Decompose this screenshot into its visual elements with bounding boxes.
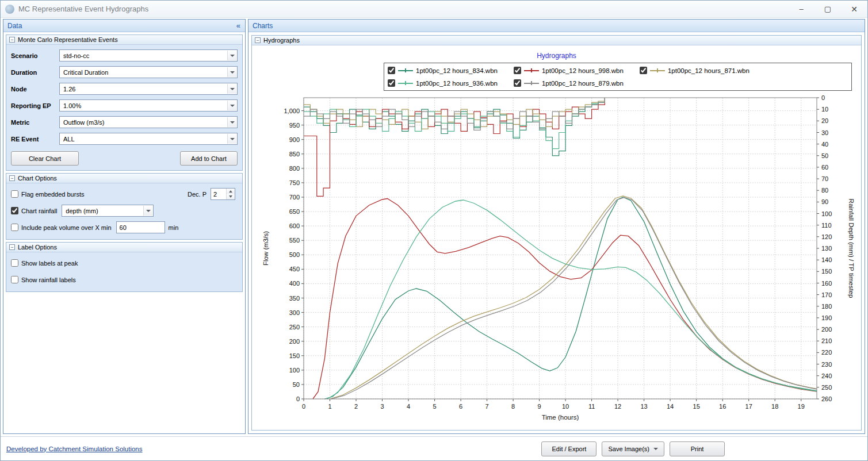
include-peak-volume-option[interactable]: Include peak volume over X min (11, 224, 112, 231)
duration-label: Duration (11, 69, 57, 76)
collapse-panel-icon[interactable]: « (236, 21, 240, 30)
collapse-group-icon[interactable]: − (9, 175, 15, 181)
svg-text:8: 8 (511, 403, 515, 410)
edit-export-button[interactable]: Edit / Export (541, 441, 596, 456)
metric-label: Metric (11, 119, 57, 126)
scenario-select[interactable]: std-no-cc (59, 49, 238, 62)
metric-value: Outflow (m3/s) (63, 119, 105, 126)
label-options-group-header[interactable]: − Label Options (6, 243, 242, 252)
svg-text:600: 600 (289, 222, 300, 229)
legend-series-label: 1pt00pc_12 hours_834.wbn (416, 67, 498, 74)
show-rainfall-labels-label: Show rainfall labels (21, 276, 76, 283)
add-to-chart-button[interactable]: Add to Chart (180, 151, 238, 166)
chart-card: Hydrographs 1pt00pc_12 hours_834.wbn1pt0… (252, 45, 861, 430)
svg-text:230: 230 (821, 361, 832, 368)
show-rainfall-labels-option[interactable]: Show rainfall labels (11, 276, 76, 283)
svg-text:70: 70 (821, 175, 828, 182)
re-event-label: RE Event (11, 136, 57, 143)
credit-link[interactable]: Developed by Catchment Simulation Soluti… (6, 445, 143, 452)
legend-series-checkbox[interactable] (514, 67, 521, 74)
svg-text:1,000: 1,000 (284, 107, 300, 114)
svg-text:170: 170 (821, 291, 832, 298)
svg-text:90: 90 (821, 198, 828, 205)
minimize-button[interactable]: – (788, 1, 815, 17)
chart-legend: 1pt00pc_12 hours_834.wbn1pt00pc_12 hours… (384, 63, 852, 91)
svg-text:800: 800 (289, 165, 300, 172)
svg-text:350: 350 (289, 295, 300, 302)
show-labels-at-peak-checkbox[interactable] (11, 259, 18, 267)
svg-text:10: 10 (562, 403, 569, 410)
legend-item[interactable]: 1pt00pc_12 hours_834.wbn (388, 64, 498, 76)
chart-rainfall-label: Chart rainfall (21, 208, 57, 214)
svg-text:160: 160 (821, 280, 832, 287)
svg-text:120: 120 (821, 233, 832, 240)
app-window: MC Representative Event Hydrographs – ▢ … (0, 0, 868, 461)
duration-select[interactable]: Critical Duration (59, 66, 238, 78)
re-event-select[interactable]: ALL (59, 133, 238, 145)
svg-text:60: 60 (821, 164, 828, 171)
include-peak-volume-checkbox[interactable] (11, 224, 18, 231)
window-controls: – ▢ ✕ (788, 1, 867, 17)
scenario-value: std-no-cc (63, 52, 89, 59)
flag-embedded-bursts-checkbox[interactable] (11, 190, 18, 198)
svg-text:220: 220 (821, 349, 832, 356)
legend-item[interactable]: 1pt00pc_12 hours_871.wbn (640, 64, 750, 76)
svg-text:500: 500 (289, 251, 300, 258)
reporting-ep-select[interactable]: 1.00% (59, 99, 238, 112)
svg-text:15: 15 (693, 403, 700, 410)
legend-series-checkbox[interactable] (388, 79, 395, 87)
show-labels-at-peak-option[interactable]: Show labels at peak (11, 259, 78, 267)
peak-volume-minutes-input[interactable] (116, 221, 165, 233)
chevron-down-icon (227, 117, 236, 127)
chart-rainfall-option[interactable]: Chart rainfall (11, 207, 57, 214)
data-panel: Data « − Monte Carlo Representative Even… (3, 19, 246, 434)
node-select[interactable]: 1.26 (59, 83, 238, 95)
legend-item[interactable]: 1pt00pc_12 hours_936.wbn (388, 77, 498, 89)
rainfall-units-select[interactable]: depth (mm) (62, 205, 154, 217)
svg-text:750: 750 (289, 179, 300, 186)
svg-text:Time (hours): Time (hours) (542, 414, 579, 421)
legend-series-checkbox[interactable] (388, 67, 395, 74)
flag-embedded-bursts-label: Flag embedded bursts (21, 191, 84, 198)
legend-series-checkbox[interactable] (514, 79, 521, 87)
maximize-button[interactable]: ▢ (815, 1, 841, 17)
close-button[interactable]: ✕ (841, 1, 867, 17)
reporting-ep-value: 1.00% (63, 102, 81, 109)
svg-text:100: 100 (821, 210, 832, 217)
svg-text:250: 250 (289, 324, 300, 331)
svg-text:18: 18 (771, 403, 778, 410)
chevron-down-icon (227, 84, 236, 94)
svg-text:7: 7 (485, 403, 489, 410)
dec-p-spinner[interactable] (211, 188, 235, 200)
legend-item[interactable]: 1pt00pc_12 hours_998.wbn (514, 64, 624, 76)
spin-up-icon[interactable] (227, 189, 235, 194)
svg-text:17: 17 (745, 403, 752, 410)
clear-chart-button[interactable]: Clear Chart (11, 151, 79, 166)
svg-text:14: 14 (667, 403, 674, 410)
collapse-group-icon[interactable]: − (9, 244, 15, 250)
legend-item[interactable]: 1pt00pc_12 hours_879.wbn (514, 77, 624, 89)
metric-select[interactable]: Outflow (m3/s) (59, 116, 238, 128)
save-images-button[interactable]: Save Image(s) (602, 441, 664, 456)
svg-text:5: 5 (433, 403, 437, 410)
show-rainfall-labels-checkbox[interactable] (11, 276, 18, 283)
svg-text:3: 3 (380, 403, 384, 410)
collapse-group-icon[interactable]: − (255, 37, 261, 43)
chart-options-group-header[interactable]: − Chart Options (6, 174, 242, 183)
flag-embedded-bursts-option[interactable]: Flag embedded bursts (11, 190, 84, 198)
dec-p-label: Dec. P (188, 191, 207, 198)
mc-events-group-header[interactable]: − Monte Carlo Representative Events (6, 35, 242, 45)
footer-buttons: Edit / Export Save Image(s) Print (541, 441, 725, 456)
chart-rainfall-checkbox[interactable] (11, 207, 18, 214)
hydrographs-group-header[interactable]: − Hydrographs (252, 36, 861, 45)
dec-p-input[interactable] (211, 189, 226, 199)
include-peak-volume-label: Include peak volume over X min (21, 224, 112, 231)
svg-text:13: 13 (640, 403, 647, 410)
legend-series-checkbox[interactable] (640, 67, 647, 74)
print-button[interactable]: Print (670, 441, 725, 456)
svg-text:30: 30 (821, 129, 828, 136)
svg-text:850: 850 (289, 151, 300, 157)
collapse-group-icon[interactable]: − (9, 37, 15, 43)
label-options-group: − Label Options Show labels at peak (6, 242, 243, 292)
spin-down-icon[interactable] (227, 194, 235, 200)
